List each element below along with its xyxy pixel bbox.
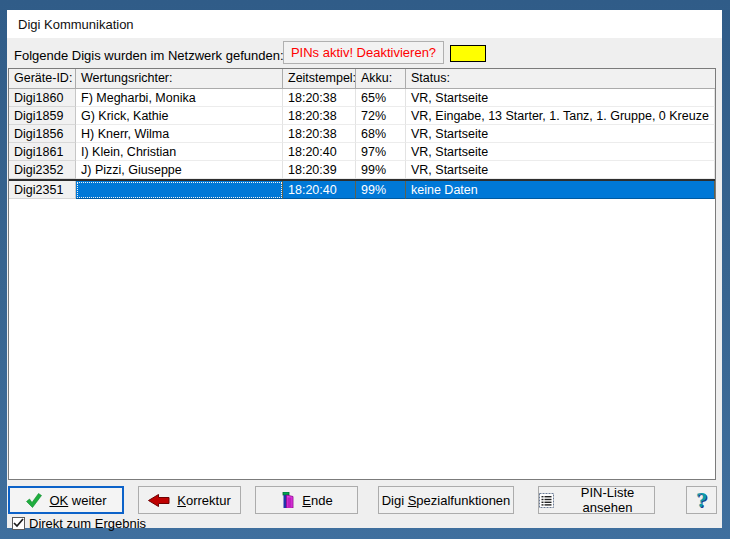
ok-button[interactable]: OK weiter bbox=[8, 486, 124, 514]
column-header-status: Status: bbox=[406, 69, 715, 88]
column-header-timestamp: Zeitstempel: bbox=[283, 69, 356, 88]
cell-device-id: Digi2352 bbox=[9, 161, 76, 179]
table-row[interactable]: Digi1860F) Megharbi, Monika18:20:3865%VR… bbox=[9, 89, 715, 107]
cell-status[interactable]: VR, Startseite bbox=[406, 161, 715, 179]
table-row[interactable]: Digi2352J) Pizzi, Giuseppe18:20:3999%VR,… bbox=[9, 161, 715, 179]
cell-timestamp[interactable]: 18:20:38 bbox=[283, 125, 356, 143]
cell-timestamp[interactable]: 18:20:38 bbox=[283, 107, 356, 125]
cell-device-id: Digi1856 bbox=[9, 125, 76, 143]
ende-button[interactable]: Ende bbox=[255, 486, 358, 514]
button-label: Digi Spezialfunktionen bbox=[382, 493, 511, 508]
cell-judge[interactable]: H) Knerr, Wilma bbox=[76, 125, 283, 143]
cell-judge[interactable]: G) Krick, Kathie bbox=[76, 107, 283, 125]
column-header-judge: Wertungsrichter: bbox=[76, 69, 283, 88]
window-title: Digi Kommunikation bbox=[7, 10, 722, 39]
digi-kommunikation-dialog: Digi Kommunikation Folgende Digis wurden… bbox=[7, 10, 722, 528]
checkbox-check-icon bbox=[12, 517, 25, 530]
cell-timestamp[interactable]: 18:20:40 bbox=[283, 143, 356, 161]
column-header-battery: Akku: bbox=[356, 69, 406, 88]
cell-device-id: Digi1861 bbox=[9, 143, 76, 161]
cell-device-id: Digi1860 bbox=[9, 89, 76, 107]
arrow-left-icon bbox=[148, 494, 170, 507]
table-row[interactable]: Digi235118:20:4099%keine Daten bbox=[9, 179, 715, 199]
pins-deactivate-button[interactable]: PINs aktiv! Deaktivieren? bbox=[283, 41, 444, 64]
cell-battery[interactable]: 68% bbox=[356, 125, 406, 143]
table-body: Digi1860F) Megharbi, Monika18:20:3865%VR… bbox=[9, 89, 715, 199]
cell-status[interactable]: VR, Startseite bbox=[406, 143, 715, 161]
check-icon bbox=[25, 493, 42, 508]
cell-battery[interactable]: 99% bbox=[356, 181, 406, 199]
cell-judge[interactable]: I) Klein, Christian bbox=[76, 143, 283, 161]
cell-battery[interactable]: 99% bbox=[356, 161, 406, 179]
table-header: Geräte-ID: Wertungsrichter: Zeitstempel:… bbox=[9, 69, 715, 89]
cell-judge[interactable]: F) Megharbi, Monika bbox=[76, 89, 283, 107]
cell-timestamp[interactable]: 18:20:38 bbox=[283, 89, 356, 107]
spezial-button[interactable]: Digi Spezialfunktionen bbox=[378, 486, 514, 514]
cell-battery[interactable]: 72% bbox=[356, 107, 406, 125]
pinliste-button[interactable]: PIN-Liste ansehen bbox=[538, 486, 655, 514]
exit-door-icon bbox=[280, 492, 295, 508]
korrektur-button[interactable]: Korrektur bbox=[138, 486, 241, 514]
digi-table: Geräte-ID: Wertungsrichter: Zeitstempel:… bbox=[8, 68, 716, 480]
cell-status[interactable]: keine Daten bbox=[406, 181, 715, 199]
cell-judge[interactable] bbox=[76, 181, 283, 199]
cell-status[interactable]: VR, Eingabe, 13 Starter, 1. Tanz, 1. Gru… bbox=[406, 107, 715, 125]
cell-status[interactable]: VR, Startseite bbox=[406, 89, 715, 107]
cell-battery[interactable]: 65% bbox=[356, 89, 406, 107]
pin-status-indicator bbox=[450, 45, 486, 62]
cell-timestamp[interactable]: 18:20:39 bbox=[283, 161, 356, 179]
table-row[interactable]: Digi1859G) Krick, Kathie18:20:3872%VR, E… bbox=[9, 107, 715, 125]
checkbox-label: Direkt zum Ergebnis bbox=[29, 516, 146, 531]
list-icon bbox=[539, 493, 554, 508]
button-label: PIN-Liste ansehen bbox=[561, 485, 654, 515]
found-digis-label: Folgende Digis wurden im Netzwerk gefund… bbox=[14, 48, 284, 63]
title-bar[interactable]: Digi Kommunikation bbox=[7, 10, 722, 38]
button-label: ? bbox=[696, 491, 707, 510]
button-label: Korrektur bbox=[177, 493, 230, 508]
column-header-device-id: Geräte-ID: bbox=[9, 69, 76, 88]
cell-status[interactable]: VR, Startseite bbox=[406, 125, 715, 143]
screen: { "window": { "title": "Digi Kommunikati… bbox=[0, 0, 730, 539]
button-label: Ende bbox=[302, 493, 332, 508]
table-row[interactable]: Digi1861I) Klein, Christian18:20:4097%VR… bbox=[9, 143, 715, 161]
help-button[interactable]: ? bbox=[686, 486, 717, 514]
cell-device-id: Digi1859 bbox=[9, 107, 76, 125]
button-label: OK weiter bbox=[49, 493, 106, 508]
table-row[interactable]: Digi1856H) Knerr, Wilma18:20:3868%VR, St… bbox=[9, 125, 715, 143]
cell-device-id: Digi2351 bbox=[9, 181, 76, 199]
cell-timestamp[interactable]: 18:20:40 bbox=[283, 181, 356, 199]
cell-judge[interactable]: J) Pizzi, Giuseppe bbox=[76, 161, 283, 179]
cell-battery[interactable]: 97% bbox=[356, 143, 406, 161]
direct-result-checkbox[interactable]: Direkt zum Ergebnis bbox=[12, 515, 146, 531]
